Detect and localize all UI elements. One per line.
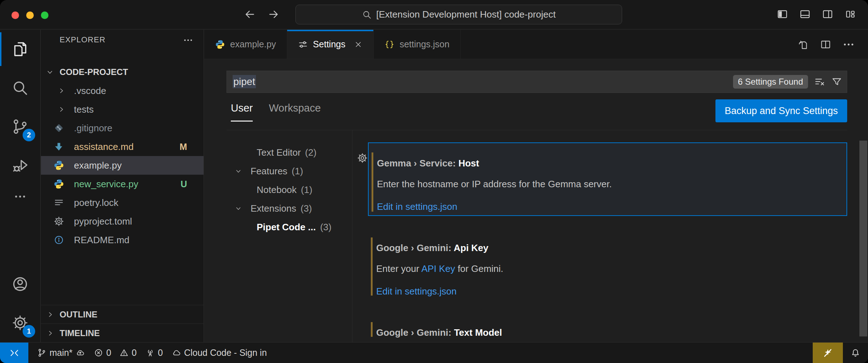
tab-label: Settings [313,39,345,50]
tree-item[interactable]: assistance.md M [41,137,204,156]
bell-icon [850,348,861,358]
settings-list: Gemma › Service: Host Enter the hostname… [353,130,868,342]
toc-item[interactable]: Notebook (1) [204,180,352,199]
setting-actions-gear-icon[interactable] [357,152,368,164]
tab-settings[interactable]: Settings [287,30,374,59]
toc-item[interactable]: Pipet Code ... (3) [204,218,352,236]
toc-label: Pipet Code ... [257,222,316,233]
activity-bar: 2 1 [0,30,41,342]
toc-label: Notebook [257,184,297,195]
tab-bar: example.py Settings settings.json [204,30,868,59]
edit-in-settings-json-link[interactable]: Edit in settings.json [377,201,846,212]
description-link[interactable]: API Key [421,263,455,274]
customize-layout-icon[interactable] [844,8,856,20]
open-changes-icon[interactable] [798,39,809,50]
remote-indicator[interactable] [0,343,28,363]
setting-content: Google › Gemini: Text Model [368,327,847,338]
setting-row[interactable]: Gemma › Service: Host Enter the hostname… [368,142,847,216]
tree-item-label: CODE-PROJECT [60,67,128,77]
toggle-primary-sidebar-icon[interactable] [776,8,788,20]
toc-item[interactable]: Text Editor (2) [204,143,352,162]
minimize-window-button[interactable] [26,11,34,19]
tree-item[interactable]: README.md [41,231,204,249]
tree-item-label: README.md [74,235,130,246]
problems-status-item[interactable]: 0 0 [94,348,137,358]
explorer-title: EXPLORER [60,35,106,44]
activity-item-more[interactable] [0,185,40,208]
tree-item[interactable]: CODE-PROJECT [41,63,204,81]
chevron-down-icon [46,68,54,76]
command-center-search[interactable]: [Extension Development Host] code-projec… [295,5,622,24]
setting-category: Google › Gemini: [376,242,454,253]
edit-in-settings-json-link[interactable]: Edit in settings.json [376,286,847,297]
activity-item-explorer[interactable] [0,30,40,69]
activity-item-settings[interactable]: 1 [0,303,40,342]
tree-item[interactable]: example.py [41,156,204,175]
filter-icon[interactable] [831,76,843,88]
branch-name: main* [50,348,73,358]
close-window-button[interactable] [11,11,19,19]
activity-item-search[interactable] [0,69,40,107]
editor-group: example.py Settings settings.json pipet … [204,30,868,342]
notifications-item[interactable] [843,343,868,363]
settings-sliders-icon [298,39,308,50]
errors-icon [94,348,103,358]
json-braces-icon [384,39,395,50]
modified-indicator [371,237,373,296]
timeline-section-header[interactable]: TIMELINE [41,324,204,342]
setting-description: Enter the hostname or IP address for the… [377,178,846,190]
toc-item[interactable]: Features (1) [204,162,352,180]
tree-item[interactable]: tests [41,100,204,119]
timeline-label: TIMELINE [60,328,100,338]
toc-item[interactable]: Extensions (3) [204,199,352,218]
settings-scrollbar[interactable] [859,141,867,336]
settings-search-input[interactable]: pipet 6 Settings Found [227,71,847,93]
branch-status-item[interactable]: main* [37,348,85,358]
more-actions-icon[interactable] [842,38,855,51]
split-editor-icon[interactable] [820,39,831,50]
toggle-panel-icon[interactable] [799,8,811,20]
activity-item-accounts[interactable] [0,265,40,303]
navigate-forward-icon[interactable] [267,8,280,21]
chevron-down-icon [234,167,242,175]
tree-item[interactable]: poetry.lock [41,193,204,212]
toggle-secondary-sidebar-icon[interactable] [822,8,834,20]
copilot-disabled-item[interactable] [813,343,843,363]
scope-tab-user[interactable]: User [231,102,253,122]
outline-section-header[interactable]: OUTLINE [41,305,204,324]
setting-title: Google › Gemini: Api Key [376,242,847,254]
setting-row[interactable]: Google › Gemini: Text Model [368,317,847,342]
outline-label: OUTLINE [60,310,97,320]
explorer-more-actions-icon[interactable] [183,35,193,46]
activity-item-source-control[interactable]: 2 [0,107,40,146]
python-file-icon [53,179,64,189]
backup-sync-settings-button[interactable]: Backup and Sync Settings [715,99,847,122]
search-actions: 6 Settings Found [733,75,843,89]
tab-label: example.py [230,39,276,50]
ports-status-item[interactable]: 0 [145,348,163,358]
tree-item[interactable]: .vscode [41,81,204,100]
settings-badge: 1 [23,325,35,338]
scope-tab-workspace[interactable]: Workspace [269,102,321,121]
lock-file-icon [53,197,64,208]
cloud-icon [172,348,181,358]
account-icon [11,275,29,293]
setting-row[interactable]: Google › Gemini: Api Key Enter your API … [368,232,847,301]
activity-item-run-debug[interactable] [0,146,40,185]
cloud-code-status-item[interactable]: Cloud Code - Sign in [172,348,267,358]
tab-example-py[interactable]: example.py [204,30,287,59]
sync-cloud-upload-icon [75,348,85,358]
clear-filters-icon[interactable] [814,76,825,88]
toc-count: (3) [300,203,312,214]
setting-name: Text Model [454,327,502,338]
error-count: 0 [106,348,111,358]
navigate-back-icon[interactable] [243,8,256,21]
toml-gear-file-icon [53,216,64,227]
setting-title: Gemma › Service: Host [377,157,846,169]
tree-item[interactable]: .gitignore [41,119,204,137]
tab-settings-json[interactable]: settings.json [374,30,461,59]
tree-item[interactable]: new_service.py U [41,175,204,193]
close-tab-icon[interactable] [354,40,363,49]
tree-item[interactable]: pyproject.toml [41,212,204,231]
zoom-window-button[interactable] [41,11,48,19]
